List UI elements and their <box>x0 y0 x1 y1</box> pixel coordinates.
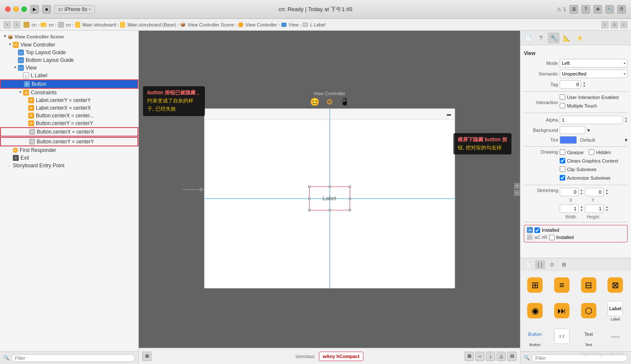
nav-prev[interactable]: ‹ <box>601 21 609 29</box>
bc-storyboard-base[interactable]: Main.storyboard (Base) <box>120 22 176 28</box>
installed-plus-btn[interactable]: + <box>527 227 533 233</box>
canvas-right-btn-5[interactable]: ⊟ <box>507 352 517 361</box>
installed-check[interactable] <box>535 227 540 233</box>
breadcrumb-fwd[interactable]: › <box>13 21 20 29</box>
lib-tab-circle[interactable]: ⊙ <box>547 260 557 269</box>
multiple-touch-check[interactable] <box>560 103 565 108</box>
inspector-toggle[interactable]: 🔧 <box>605 5 614 14</box>
tree-bottom-layout[interactable]: ▭ Bottom Layout Guide <box>0 56 138 64</box>
stretch-y-input[interactable] <box>585 188 604 196</box>
warning-badge[interactable]: ⚠1 <box>557 6 566 12</box>
resize-handle-bl[interactable] <box>308 209 310 211</box>
clip-subviews-check[interactable] <box>560 166 565 172</box>
canvas-content[interactable]: button 按钮已被隐藏， 约束变成了自灰的样 子, 已经失效 View Co… <box>139 31 520 348</box>
resize-handle-br[interactable] <box>349 209 351 211</box>
resize-handle-bm[interactable] <box>329 209 331 211</box>
tag-stepper[interactable]: ▲ ▼ <box>583 81 586 88</box>
tree-constraint-1[interactable]: ⊞ Label.centerY = centerY <box>0 96 138 104</box>
tree-constraint-3[interactable]: ⊞ Button.centerX = center... <box>0 112 138 119</box>
canvas-right-btn-4[interactable]: △ <box>497 352 506 361</box>
tree-vc[interactable]: VC View Controller <box>0 41 138 49</box>
play-button[interactable]: ▶ <box>30 5 39 14</box>
device-selector[interactable]: 🏷 iPhone 6s ▾ <box>54 5 95 14</box>
resize-handle-tm[interactable] <box>329 186 331 188</box>
lib-tab-file[interactable]: 📄 <box>523 260 533 269</box>
sidebar-toggle[interactable]: ☰ <box>570 5 578 14</box>
tree-vc-scene[interactable]: 📦 View Controller Scene <box>0 32 138 41</box>
semantic-select[interactable]: Unspecified ▾ <box>560 70 628 78</box>
bc-vc-scene[interactable]: 📦View Controller Scene <box>180 22 234 27</box>
wc-hr-installed-check[interactable] <box>549 235 555 240</box>
bc-vc[interactable]: View Controller <box>238 22 277 27</box>
lib-item-segment[interactable]: 1 2 <box>550 325 574 349</box>
bc-view[interactable]: View <box>281 22 299 27</box>
lib-tab-grid[interactable]: ⊞ <box>559 260 569 269</box>
autoresize-check[interactable] <box>560 175 565 181</box>
tree-first-responder[interactable]: R First Responder <box>0 146 138 154</box>
bc-cn2[interactable]: cn <box>58 22 71 28</box>
background-color-swatch[interactable] <box>560 126 585 134</box>
background-select-arrow[interactable]: ▾ <box>587 127 590 134</box>
minimize-button[interactable] <box>13 6 19 12</box>
canvas-right-btn-3[interactable]: ↕ <box>486 352 495 361</box>
installed-minus-btn[interactable]: − <box>527 234 533 240</box>
settings-button[interactable]: ⚙ <box>593 5 602 14</box>
tree-label[interactable]: L L Label <box>0 72 138 79</box>
clears-graphics-check[interactable] <box>560 158 565 163</box>
lib-item-button[interactable]: Button Button <box>523 325 547 349</box>
opaque-check[interactable] <box>560 149 565 155</box>
phone-frame[interactable]: ▬ Label <box>204 108 455 288</box>
tree-constraint-4[interactable]: ⊞ Button.centerY = centerY <box>0 119 138 127</box>
tag-input[interactable] <box>560 80 581 89</box>
tree-constraints[interactable]: ⊞ Constraints <box>0 89 138 96</box>
resize-handle-tr[interactable] <box>349 186 351 188</box>
close-button[interactable] <box>5 6 11 12</box>
user-interaction-check[interactable] <box>560 94 565 100</box>
help-button[interactable]: ? <box>581 5 590 14</box>
bc-folder[interactable]: cn <box>41 22 54 27</box>
sizeclass-badge[interactable]: wAny hCompact <box>319 352 363 361</box>
left-filter-input[interactable] <box>11 354 135 362</box>
lib-item-audio[interactable]: ◉ <box>523 299 547 323</box>
tint-color-swatch[interactable] <box>560 136 577 144</box>
bc-storyboard[interactable]: Main storyboard <box>75 22 116 28</box>
lib-item-label[interactable]: Label Label <box>603 299 627 323</box>
insp-tab-size[interactable]: 📐 <box>561 32 573 44</box>
canvas-minus-btn[interactable]: − <box>514 190 520 196</box>
stretch-y-stepper[interactable]: ▲▼ <box>605 189 608 195</box>
insp-tab-file[interactable]: 📄 <box>522 32 534 44</box>
nav-next[interactable]: › <box>620 21 628 29</box>
lib-item-tableview[interactable]: ≡ <box>550 274 574 297</box>
insp-tab-help[interactable]: ? <box>535 32 547 44</box>
bc-cn1[interactable]: cn <box>23 22 37 28</box>
breadcrumb-back[interactable]: ‹ <box>3 21 11 29</box>
stretch-h-input[interactable] <box>585 204 604 213</box>
canvas-right-btn-2[interactable]: ↔ <box>475 352 485 361</box>
lib-item-tabbar[interactable]: ⊠ <box>603 274 627 297</box>
label-element[interactable]: Label <box>309 186 350 210</box>
tree-constraint-5[interactable]: ⊞ Button.centerX = centerX <box>0 127 138 137</box>
tree-button[interactable]: B Button <box>0 79 138 89</box>
stretch-x-stepper[interactable]: ▲▼ <box>580 189 583 195</box>
lib-item-switch[interactable]: — <box>603 325 627 349</box>
clock-icon[interactable]: ⏱ <box>617 5 626 14</box>
tree-entry-point[interactable]: → Storyboard Entry Point <box>0 162 138 169</box>
resize-handle-ml[interactable] <box>308 198 310 200</box>
stop-button[interactable]: ■ <box>42 5 51 14</box>
resize-handle-tl[interactable] <box>308 186 310 188</box>
lib-item-cube[interactable]: ⬡ <box>577 299 601 323</box>
bc-label[interactable]: L Label <box>303 22 325 27</box>
insp-tab-connections[interactable]: ⚡ <box>573 32 585 44</box>
alpha-input[interactable] <box>560 116 623 124</box>
resize-handle-mr[interactable] <box>349 198 351 200</box>
tree-view[interactable]: □ View <box>0 64 138 72</box>
insp-tab-attrs[interactable]: 🔧 <box>548 32 560 44</box>
alpha-stepper[interactable]: ▲ ▼ <box>625 116 628 123</box>
canvas-icon-1[interactable]: ⊞ <box>142 352 152 361</box>
lib-item-text[interactable]: Text Text <box>577 325 601 349</box>
tree-constraint-6[interactable]: ⊞ Button.centerY = centerY <box>0 137 138 146</box>
stretch-h-stepper[interactable]: ▲▼ <box>605 205 608 212</box>
maximize-button[interactable] <box>21 6 27 12</box>
stretch-w-stepper[interactable]: ▲▼ <box>580 205 583 212</box>
tree-top-layout[interactable]: ▭ Top Layout Guide <box>0 49 138 56</box>
